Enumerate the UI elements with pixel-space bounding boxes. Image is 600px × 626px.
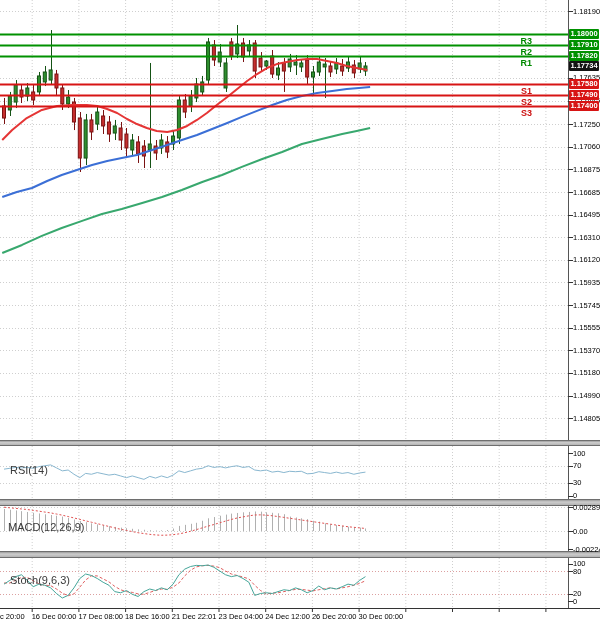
trading-chart-window: R3 R2 R1 S1 S2 S3 1.18000 1.17910 1.1782… [0,0,600,626]
stoch-scale-label: 80 [573,567,581,576]
macd-scale-label: -0.002241 [573,545,600,554]
price-tick-label: 1.15370 [573,346,600,355]
macd-scale-label: 0.002899 [573,503,600,512]
rsi-label: RSI(14) [10,464,48,476]
current-price-badge: 1.17734 [569,61,599,71]
pivot-label-s1: S1 [498,86,532,96]
time-axis-label: 24 Dec 12:00 [265,612,310,621]
pivot-label-s3: S3 [498,108,532,118]
pivot-badge-s1: 1.17580 [569,79,599,89]
macd-scale-label: 0.00 [573,527,588,536]
price-tick-label: 1.16495 [573,210,600,219]
price-tick-label: 1.15935 [573,278,600,287]
time-axis-label: 18 Dec 16:00 [125,612,170,621]
price-tick-label: 1.16875 [573,165,600,174]
rsi-scale-label: 70 [573,461,581,470]
price-tick-label: 1.15745 [573,301,600,310]
time-axis-label: 21 Dec 22:01 [172,612,217,621]
time-axis-label: c 20:00 [0,612,25,621]
pivot-label-s2: S2 [498,97,532,107]
pivot-badge-r3: 1.18000 [569,29,599,39]
panel-separator[interactable] [0,499,600,506]
price-tick-label: 1.15555 [573,323,600,332]
pivot-badge-r2: 1.17910 [569,40,599,50]
stoch-scale-label: 0 [573,597,577,606]
time-axis-label: 16 Dec 00:00 [32,612,77,621]
pivot-badge-s2: 1.17490 [569,90,599,100]
price-tick-label: 1.14805 [573,414,600,423]
pivot-badge-r1: 1.17820 [569,51,599,61]
price-tick-label: 1.14990 [573,391,600,400]
time-axis-label: 26 Dec 20:00 [312,612,357,621]
time-axis-label: 30 Dec 00:00 [359,612,404,621]
time-axis-label: 23 Dec 04:00 [219,612,264,621]
price-tick-label: 1.17250 [573,120,600,129]
pivot-badge-s3: 1.17400 [569,101,599,111]
price-tick-label: 1.18190 [573,7,600,16]
time-axis-label: 17 Dec 08:00 [78,612,123,621]
macd-label: MACD(12,26,9) [8,521,84,533]
pivot-label-r3: R3 [498,36,532,46]
rsi-scale-label: 30 [573,478,581,487]
price-tick-label: 1.15180 [573,368,600,377]
pivot-label-r1: R1 [498,58,532,68]
pivot-label-r2: R2 [498,47,532,57]
rsi-scale-label: 100 [573,449,586,458]
price-tick-label: 1.16685 [573,188,600,197]
stoch-label: Stoch(9,6,3) [10,574,70,586]
panel-separator[interactable] [0,551,600,558]
price-tick-label: 1.16310 [573,233,600,242]
price-tick-label: 1.16120 [573,255,600,264]
rsi-scale-label: 0 [573,491,577,500]
price-tick-label: 1.17060 [573,142,600,151]
panel-separator[interactable] [0,440,600,446]
